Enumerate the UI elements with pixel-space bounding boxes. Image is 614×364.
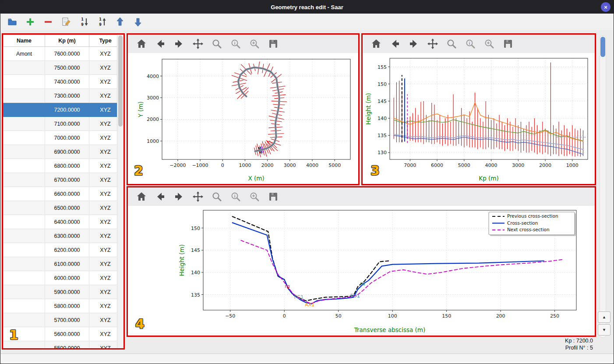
- table-cell[interactable]: [4, 257, 45, 271]
- table-cell[interactable]: 6200.0000: [45, 243, 89, 257]
- plan-view-canvas[interactable]: −2000−1000010002000300040005000100020003…: [128, 53, 358, 184]
- move-down-button[interactable]: [132, 16, 144, 28]
- zoom-plus-button[interactable]: [249, 191, 260, 202]
- table-cell[interactable]: 5800.0000: [45, 299, 89, 313]
- table-row[interactable]: 6000.0000XYZ: [4, 271, 122, 285]
- table-row[interactable]: 5900.0000XYZ: [4, 285, 122, 299]
- table-cell[interactable]: [4, 173, 45, 187]
- table-cell[interactable]: 6600.0000: [45, 187, 89, 201]
- table-cell[interactable]: 7300.0000: [45, 89, 89, 103]
- table-row[interactable]: 6400.0000XYZ: [4, 215, 122, 229]
- table-scrollbar-thumb[interactable]: [118, 35, 123, 127]
- table-cell[interactable]: [4, 103, 45, 117]
- table-cell[interactable]: 6300.0000: [45, 229, 89, 243]
- forward-button[interactable]: [408, 38, 420, 49]
- move-up-button[interactable]: [114, 16, 126, 28]
- table-cell[interactable]: 7200.0000: [45, 103, 89, 117]
- zoom-i-button[interactable]: i: [230, 38, 241, 49]
- table-cell[interactable]: 6000.0000: [45, 271, 89, 285]
- zoom-button[interactable]: [211, 38, 222, 49]
- zoom-i-button[interactable]: i: [230, 191, 241, 202]
- table-cell[interactable]: [4, 201, 45, 215]
- table-cell[interactable]: [4, 285, 45, 299]
- home-button[interactable]: [371, 38, 382, 49]
- table-cell[interactable]: [4, 299, 45, 313]
- home-button[interactable]: [136, 191, 147, 202]
- forward-button[interactable]: [173, 191, 185, 202]
- pan-button[interactable]: [427, 38, 438, 49]
- table-row[interactable]: 6600.0000XYZ: [4, 187, 122, 201]
- table-row[interactable]: 7400.0000XYZ: [4, 75, 122, 89]
- table-cell[interactable]: [4, 117, 45, 131]
- save-button[interactable]: [502, 38, 514, 49]
- edit-profile-button[interactable]: [60, 16, 72, 28]
- table-row[interactable]: 5800.0000XYZ: [4, 299, 122, 313]
- table-row[interactable]: 6900.0000XYZ: [4, 145, 122, 159]
- table-row[interactable]: 6700.0000XYZ: [4, 173, 122, 187]
- table-cell[interactable]: 7100.0000: [45, 117, 89, 131]
- table-cell[interactable]: Amont: [4, 47, 45, 61]
- table-row[interactable]: 7500.0000XYZ: [4, 61, 122, 75]
- profile-down-button[interactable]: ▼: [598, 324, 610, 336]
- table-scrollbar[interactable]: [117, 35, 124, 348]
- back-button[interactable]: [389, 38, 401, 49]
- zoom-plus-button[interactable]: [249, 38, 260, 49]
- close-button[interactable]: ×: [601, 2, 610, 12]
- table-cell[interactable]: [4, 61, 45, 75]
- table-cell[interactable]: 7600.0000: [45, 47, 89, 61]
- table-cell[interactable]: 6800.0000: [45, 159, 89, 173]
- table-cell[interactable]: [4, 271, 45, 285]
- table-row[interactable]: 5700.0000XYZ: [4, 313, 122, 327]
- table-row[interactable]: 7300.0000XYZ: [4, 89, 122, 103]
- table-cell[interactable]: 6700.0000: [45, 173, 89, 187]
- open-file-button[interactable]: [7, 16, 18, 28]
- zoom-button[interactable]: [446, 38, 457, 49]
- save-button[interactable]: [268, 38, 279, 49]
- zoom-button[interactable]: [211, 191, 222, 202]
- remove-profile-button[interactable]: [42, 16, 54, 28]
- table-row[interactable]: 7200.0000XYZ: [4, 103, 122, 117]
- home-button[interactable]: [136, 38, 147, 49]
- table-cell[interactable]: 7400.0000: [45, 75, 89, 89]
- table-cell[interactable]: 6900.0000: [45, 145, 89, 159]
- add-profile-button[interactable]: [25, 16, 36, 28]
- table-row[interactable]: 7000.0000XYZ: [4, 131, 122, 145]
- table-cell[interactable]: 6100.0000: [45, 257, 89, 271]
- pan-button[interactable]: [192, 38, 204, 49]
- longitudinal-profile-canvas[interactable]: 7000600050004000300020001000130135140145…: [363, 53, 595, 184]
- table-cell[interactable]: [4, 145, 45, 159]
- table-cell[interactable]: [4, 313, 45, 327]
- table-cell[interactable]: [4, 131, 45, 145]
- profile-up-button[interactable]: ▲: [598, 311, 610, 323]
- zoom-plus-button[interactable]: [483, 38, 495, 49]
- table-row[interactable]: 5500.0000XYZ: [4, 341, 122, 350]
- table-cell[interactable]: [4, 89, 45, 103]
- table-cell[interactable]: 6500.0000: [45, 201, 89, 215]
- cross-section-canvas[interactable]: −50050100150200250135140145150Transverse…: [128, 206, 595, 336]
- table-cell[interactable]: [4, 243, 45, 257]
- back-button[interactable]: [155, 38, 166, 49]
- window-scrollbar[interactable]: [600, 35, 606, 338]
- sort-ascending-button[interactable]: 19: [96, 16, 108, 28]
- table-row[interactable]: 6300.0000XYZ: [4, 229, 122, 243]
- table-cell[interactable]: 6400.0000: [45, 215, 89, 229]
- table-cell[interactable]: 7000.0000: [45, 131, 89, 145]
- pan-button[interactable]: [192, 191, 204, 202]
- sort-descending-button[interactable]: 19: [78, 16, 90, 28]
- forward-button[interactable]: [173, 38, 185, 49]
- zoom-i-button[interactable]: i: [465, 38, 476, 49]
- table-row[interactable]: 6800.0000XYZ: [4, 159, 122, 173]
- table-cell[interactable]: 7500.0000: [45, 61, 89, 75]
- table-cell[interactable]: [4, 159, 45, 173]
- table-cell[interactable]: 5500.0000: [45, 341, 89, 350]
- table-cell[interactable]: [4, 75, 45, 89]
- table-cell[interactable]: [4, 229, 45, 243]
- table-row[interactable]: 7100.0000XYZ: [4, 117, 122, 131]
- table-cell[interactable]: 5600.0000: [45, 327, 89, 341]
- back-button[interactable]: [155, 191, 166, 202]
- table-row[interactable]: 6500.0000XYZ: [4, 201, 122, 215]
- table-cell[interactable]: 5700.0000: [45, 313, 89, 327]
- table-row[interactable]: 5600.0000XYZ: [4, 327, 122, 341]
- table-cell[interactable]: [4, 187, 45, 201]
- table-row[interactable]: 6100.0000XYZ: [4, 257, 122, 271]
